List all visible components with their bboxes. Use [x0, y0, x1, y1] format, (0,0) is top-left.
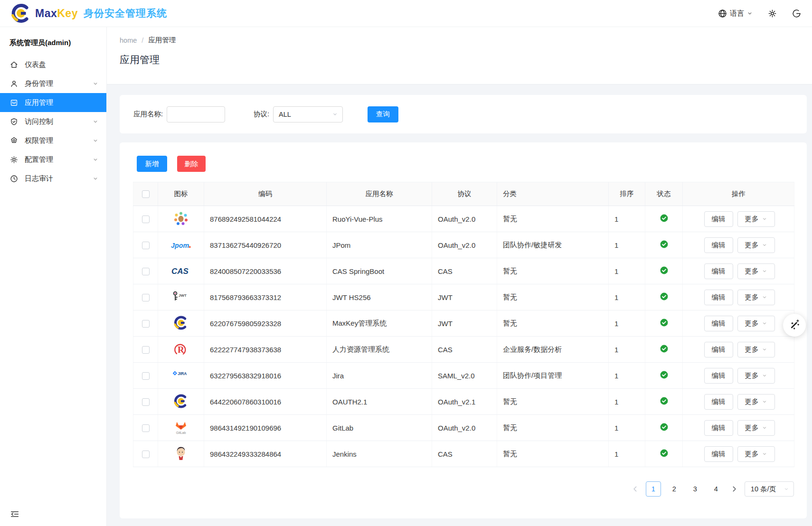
more-button[interactable]: 更多: [737, 237, 775, 253]
edit-button[interactable]: 编辑: [704, 394, 733, 410]
row-checkbox[interactable]: [142, 268, 150, 275]
jpom-logo-icon: Jpom: [170, 237, 191, 252]
sidebar-item-dashboard[interactable]: 仪表盘: [0, 55, 106, 74]
maxkey-logo-icon: [170, 394, 191, 409]
row-checkbox[interactable]: [142, 398, 150, 406]
app-name-input[interactable]: [167, 106, 225, 122]
select-all-checkbox[interactable]: [142, 190, 150, 198]
app-protocol: OAuth_v2.0: [432, 232, 497, 258]
app-name: JWT HS256: [327, 284, 432, 310]
chevron-down-icon: [762, 451, 767, 457]
row-checkbox[interactable]: [142, 424, 150, 432]
search-button[interactable]: 查询: [368, 106, 398, 122]
page-number-button[interactable]: 1: [646, 481, 661, 497]
sidebar-item-identity[interactable]: 身份管理: [0, 74, 106, 93]
breadcrumb-home[interactable]: home: [120, 37, 137, 44]
edit-button[interactable]: 编辑: [704, 290, 733, 305]
sidebar-nav: 仪表盘身份管理应用管理访问控制权限管理配置管理日志审计: [0, 55, 106, 188]
jira-logo-icon: JIRA: [170, 367, 191, 383]
status-enabled-icon: [660, 370, 669, 379]
app-protocol: CAS: [432, 258, 497, 284]
chevron-down-icon: [762, 425, 767, 431]
sidebar-item-permissions[interactable]: 权限管理: [0, 131, 106, 150]
row-checkbox[interactable]: [142, 451, 150, 458]
breadcrumb-current: 应用管理: [148, 36, 176, 45]
prev-page-button[interactable]: [631, 484, 640, 494]
row-checkbox[interactable]: [142, 242, 150, 249]
app-name: Jenkins: [327, 441, 432, 467]
app-window-icon: [9, 98, 19, 107]
more-button[interactable]: 更多: [737, 394, 775, 410]
more-button[interactable]: 更多: [737, 368, 775, 384]
chevron-down-icon: [92, 118, 99, 125]
edit-button[interactable]: 编辑: [704, 211, 733, 227]
sidebar-item-apps[interactable]: 应用管理: [0, 93, 106, 112]
chevron-down-icon: [746, 10, 753, 17]
protocol-select[interactable]: ALL: [273, 106, 343, 122]
edit-button[interactable]: 编辑: [704, 368, 733, 384]
delete-button[interactable]: 删除: [177, 156, 206, 172]
edit-button[interactable]: 编辑: [704, 263, 733, 279]
edit-button[interactable]: 编辑: [704, 237, 733, 253]
more-button[interactable]: 更多: [737, 290, 775, 305]
brand-max: Max: [35, 7, 57, 20]
dashboard-icon: [9, 60, 19, 69]
chevron-down-icon: [762, 399, 767, 404]
app-protocol: CAS: [432, 441, 497, 467]
more-button[interactable]: 更多: [737, 420, 775, 436]
app-name: Jira: [327, 363, 432, 389]
brand-key: Key: [57, 7, 78, 20]
edit-button[interactable]: 编辑: [704, 420, 733, 436]
settings-button[interactable]: [767, 9, 777, 19]
chevron-down-icon: [92, 175, 99, 182]
page-number-button[interactable]: 2: [667, 481, 682, 497]
more-button[interactable]: 更多: [737, 263, 775, 279]
add-button[interactable]: 新增: [137, 156, 167, 172]
edit-button[interactable]: 编辑: [704, 342, 733, 357]
sidebar-item-config[interactable]: 配置管理: [0, 150, 106, 169]
logout-icon: [792, 9, 802, 19]
more-button[interactable]: 更多: [737, 211, 775, 227]
edit-button[interactable]: 编辑: [704, 316, 733, 331]
logout-button[interactable]: [792, 9, 802, 19]
chevron-down-icon: [762, 320, 767, 326]
row-checkbox[interactable]: [142, 346, 150, 354]
status-enabled-icon: [660, 396, 669, 405]
svg-text:CAS: CAS: [171, 267, 189, 276]
app-sort: 1: [609, 310, 645, 337]
app-sort: 1: [609, 258, 645, 284]
jenkins-logo-icon: [170, 446, 191, 461]
magic-wand-icon: [788, 318, 801, 332]
column-header: 应用名称: [327, 182, 432, 206]
table-row: 876892492581044224RuoYi-Vue-PlusOAuth_v2…: [133, 206, 794, 232]
row-checkbox[interactable]: [142, 320, 150, 328]
language-menu[interactable]: 语言: [718, 9, 753, 19]
page-size-select[interactable]: 10 条/页: [745, 481, 794, 497]
collapse-sidebar-icon[interactable]: [9, 509, 20, 519]
row-checkbox[interactable]: [142, 216, 150, 223]
table-row: JWT817568793663373312JWT HS256JWT暂无1编辑更多: [133, 284, 794, 310]
ruoyi-logo-icon: [170, 211, 191, 226]
app-protocol: SAML_v2.0: [432, 363, 497, 389]
globe-icon: [718, 9, 727, 19]
filter-panel: 应用名称: 协议: ALL 查询: [120, 95, 807, 133]
more-button[interactable]: 更多: [737, 446, 775, 462]
row-checkbox[interactable]: [142, 372, 150, 380]
row-checkbox[interactable]: [142, 294, 150, 301]
theme-wand-button[interactable]: [783, 314, 806, 337]
pagination: 123410 条/页: [120, 481, 794, 497]
column-header: 状态: [645, 182, 683, 206]
more-button[interactable]: 更多: [737, 316, 775, 331]
page-number-button[interactable]: 4: [708, 481, 724, 497]
sidebar-item-access[interactable]: 访问控制: [0, 112, 106, 131]
table-row: GitLab986431492190109696GitLabOAuth_v2.0…: [133, 415, 794, 441]
more-button[interactable]: 更多: [737, 342, 775, 357]
chevron-down-icon: [762, 294, 767, 300]
sidebar-item-audit[interactable]: 日志审计: [0, 169, 106, 188]
gear-icon: [767, 9, 777, 19]
gitlab-logo-icon: GitLab: [170, 420, 191, 435]
page-number-button[interactable]: 3: [688, 481, 703, 497]
next-page-button[interactable]: [729, 484, 739, 494]
edit-button[interactable]: 编辑: [704, 446, 733, 462]
protocol-select-value: ALL: [279, 111, 291, 118]
